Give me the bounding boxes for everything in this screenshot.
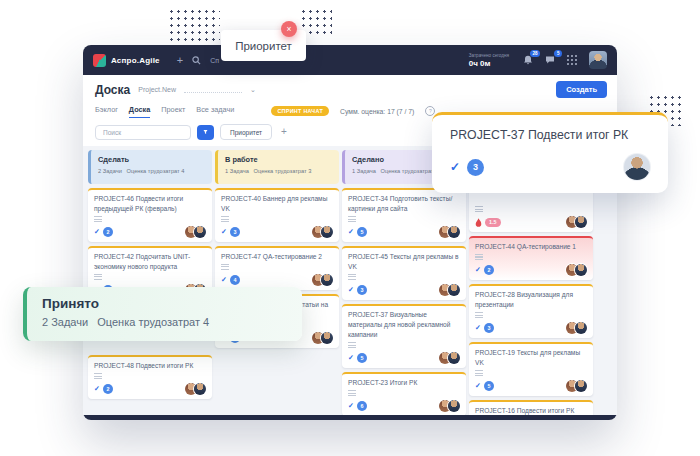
- task-footer: ✓ 3: [348, 284, 460, 296]
- task-footer: ✓ 6: [348, 400, 460, 412]
- points-badge: 3: [357, 285, 367, 295]
- task-title: PROJECT-48 Подвести итоги РК: [94, 361, 206, 371]
- nav-menu-item[interactable]: Сп: [210, 57, 219, 64]
- task-card[interactable]: PROJECT-46 Подвести итоги предыдущей РК …: [88, 188, 212, 242]
- points-badge: 5: [357, 227, 367, 237]
- project-selector[interactable]: Project.New: [138, 86, 176, 93]
- points-badge: 3: [484, 323, 494, 333]
- assignee-avatar: [321, 226, 333, 238]
- points-badge: 4: [230, 275, 240, 285]
- time-tracker-value: 0ч 0м: [469, 59, 509, 68]
- points-badge: 3: [230, 227, 240, 237]
- points-badge: 5: [484, 381, 494, 391]
- app-name: Аспро.Agile: [111, 56, 160, 65]
- points-badge: 3: [467, 159, 484, 176]
- chevron-down-icon[interactable]: ⌄: [250, 86, 256, 93]
- messages-count-badge: 5: [554, 50, 562, 57]
- check-icon: ✓: [475, 324, 481, 332]
- assignee-avatar: [194, 383, 206, 395]
- close-icon[interactable]: ×: [281, 21, 297, 37]
- search-box[interactable]: [95, 125, 191, 140]
- task-footer: ✓ 4: [221, 274, 333, 286]
- filter-button[interactable]: [197, 125, 214, 140]
- column-header[interactable]: В работе 1 Задача Оценка трудозатрат 3: [215, 150, 339, 184]
- board-column: Сделать 2 Задачи Оценка трудозатрат 4 PR…: [88, 150, 212, 399]
- check-icon: ✓: [450, 160, 460, 174]
- task-card[interactable]: PROJECT-28 Визуализация для презентации …: [469, 284, 593, 338]
- time-tracker[interactable]: Затрачено сегодня 0ч 0м: [469, 53, 509, 68]
- task-footer: ✓ 5: [348, 352, 460, 364]
- window-bottom-bar: [83, 415, 617, 420]
- task-title: PROJECT-40 Баннер для рекламы VK: [221, 194, 333, 214]
- notifications-bell-icon[interactable]: 28: [523, 55, 533, 65]
- check-icon: ✓: [221, 228, 227, 236]
- task-card[interactable]: PROJECT-47 QA-тестирование 2 ✓ 4: [215, 246, 339, 290]
- column-meta: 2 Задачи Оценка трудозатрат 4: [98, 168, 205, 174]
- description-icon: [475, 370, 483, 376]
- dotted-divider: [184, 87, 242, 93]
- add-filter-icon[interactable]: +: [281, 127, 287, 137]
- check-icon: ✓: [475, 266, 481, 274]
- task-card[interactable]: PROJECT-19 Тексты для рекламы VK ✓ 5: [469, 342, 593, 396]
- focus-task-footer: ✓ 3: [450, 154, 650, 180]
- add-icon[interactable]: +: [177, 55, 183, 66]
- urgent-points-badge: 1.5: [485, 218, 501, 227]
- focus-task-title: PROJECT-37 Подвести итог РК: [450, 128, 650, 142]
- user-avatar[interactable]: [589, 51, 607, 69]
- task-footer: ✓ 5: [348, 226, 460, 238]
- description-icon: [348, 274, 356, 280]
- task-title: PROJECT-45 Тексты для рекламы в VK: [348, 252, 460, 272]
- task-card[interactable]: PROJECT-48 Подвести итоги РК ✓ 2: [88, 355, 212, 399]
- priority-tooltip-label: Приоритет: [235, 40, 292, 52]
- search-input[interactable]: [101, 128, 185, 137]
- search-icon[interactable]: [192, 56, 201, 65]
- decor-dots: [168, 8, 220, 42]
- description-icon: [475, 312, 483, 318]
- project-name: Project.New: [138, 86, 176, 93]
- description-icon: [94, 274, 102, 280]
- task-card[interactable]: PROJECT-37 Визуальные материалы для ново…: [342, 304, 466, 368]
- task-card[interactable]: PROJECT-45 Тексты для рекламы в VK ✓ 3: [342, 246, 466, 300]
- tab-all-tasks[interactable]: Все задачи: [196, 105, 234, 118]
- tab-project[interactable]: Проект: [161, 105, 185, 118]
- apps-grid-icon[interactable]: [567, 55, 577, 65]
- column-title: Сделать: [98, 155, 205, 164]
- task-card[interactable]: PROJECT-40 Баннер для рекламы VK ✓ 3: [215, 188, 339, 242]
- messages-icon[interactable]: 5: [545, 55, 555, 65]
- tab-board[interactable]: Доска: [129, 105, 150, 118]
- column-card-list: ✓ 1.5 PROJECT-44 QA-тестирование 1 ✓ 2: [469, 188, 593, 420]
- logo-icon: [93, 54, 106, 67]
- assignee-avatar: [575, 322, 587, 334]
- app-logo[interactable]: Аспро.Agile: [93, 54, 160, 67]
- points-badge: 5: [357, 353, 367, 363]
- task-card[interactable]: PROJECT-34 Подготовить тексты/картинки д…: [342, 188, 466, 242]
- assignee-avatar: [575, 216, 587, 228]
- create-button[interactable]: Создать: [556, 81, 607, 98]
- sprint-status-badge: СПРИНТ НАЧАТ: [271, 106, 329, 116]
- description-icon: [475, 254, 483, 260]
- task-title: PROJECT-44 QA-тестирование 1: [475, 242, 587, 252]
- accepted-column-callout: Принято 2 Задачи Оценка трудозатрат 4: [23, 287, 302, 341]
- focus-task-card[interactable]: PROJECT-37 Подвести итог РК ✓ 3: [432, 112, 668, 193]
- task-title: PROJECT-34 Подготовить тексты/картинки д…: [348, 194, 460, 214]
- assignee-avatar: [448, 226, 460, 238]
- priority-filter-chip[interactable]: Приоритет: [220, 124, 272, 140]
- description-icon: [348, 390, 356, 396]
- task-card[interactable]: PROJECT-44 QA-тестирование 1 ✓ 2: [469, 236, 593, 280]
- column-header[interactable]: Сделать 2 Задачи Оценка трудозатрат 4: [88, 150, 212, 184]
- decor-dots: [300, 8, 332, 34]
- task-card[interactable]: ✓ 1.5: [469, 188, 593, 232]
- task-card[interactable]: PROJECT-23 Итоги РК ✓ 6: [342, 372, 466, 416]
- notifications-count-badge: 28: [530, 50, 540, 57]
- tab-backlog[interactable]: Бэклог: [95, 105, 118, 118]
- board-header: Доска Project.New ⌄ Создать: [83, 75, 617, 101]
- column-title: В работе: [225, 155, 332, 164]
- navbar-right: Затрачено сегодня 0ч 0м 28 5: [469, 51, 607, 69]
- points-badge: 6: [357, 401, 367, 411]
- assignee-avatar: [194, 226, 206, 238]
- task-footer: ✓ 3: [475, 322, 587, 334]
- task-title: PROJECT-42 Подсчитать UNIT-экономику нов…: [94, 252, 206, 272]
- top-navbar: Аспро.Agile + Сп Затрачено сегодня 0ч 0м…: [83, 45, 617, 75]
- description-icon: [221, 216, 229, 222]
- page-title: Доска: [95, 83, 130, 97]
